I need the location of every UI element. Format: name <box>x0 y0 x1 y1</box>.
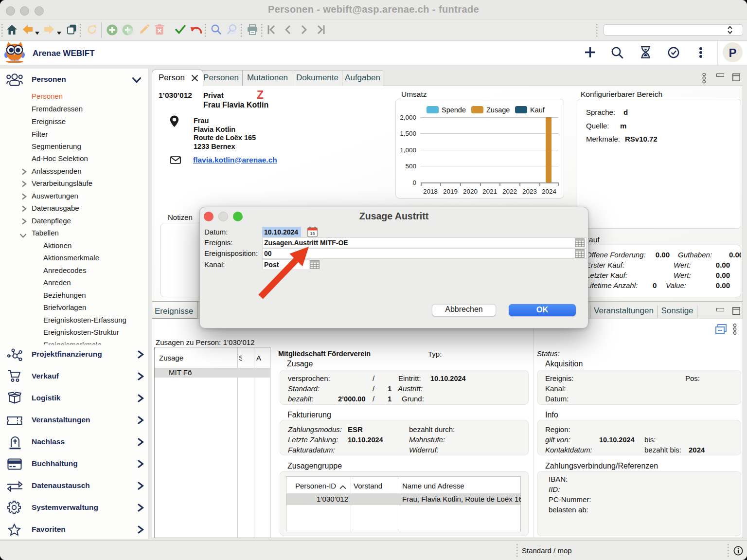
svg-text:15: 15 <box>310 231 315 236</box>
